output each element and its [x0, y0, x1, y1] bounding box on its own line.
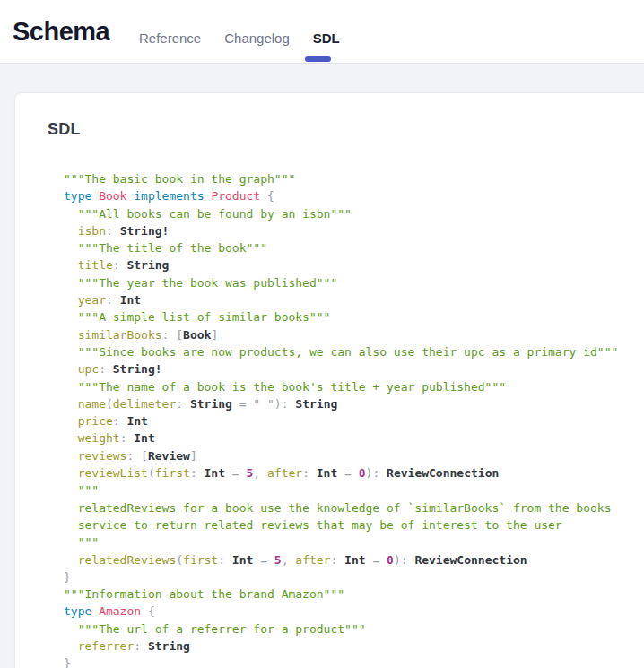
code-line: upc: String! [64, 360, 644, 377]
code-line: isbn: String! [64, 222, 644, 239]
code-line: """The url of a referrer for a product""… [64, 620, 644, 638]
code-line: reviewList(first: Int = 5, after: Int = … [64, 464, 644, 481]
sdl-code-block: """The basic book in the graph"""type Bo… [64, 170, 644, 668]
code-line: weight: Int [64, 429, 644, 447]
sdl-card-heading: SDL [48, 120, 644, 139]
code-line: price: Int [64, 412, 644, 429]
code-line: service to return related reviews that m… [64, 516, 644, 534]
code-line: title: String [64, 256, 644, 273]
code-line: """ [64, 534, 644, 551]
code-line: """All books can be found by an isbn""" [64, 205, 644, 222]
code-line: year: Int [64, 291, 644, 308]
code-line: referrer: String [64, 638, 644, 655]
schema-page-header: Schema Reference Changelog SDL [0, 0, 644, 64]
code-line: """ [64, 481, 644, 499]
code-line: type Amazon { [64, 603, 644, 620]
code-line: reviews: [Review] [64, 447, 644, 464]
code-line: name(delimeter: String = " "): String [64, 395, 644, 412]
code-line: similarBooks: [Book] [64, 326, 644, 343]
code-line: """The basic book in the graph""" [64, 170, 644, 187]
main-area: SDL """The basic book in the graph"""typ… [0, 64, 644, 668]
code-line: """The year the book was published""" [64, 274, 644, 291]
page-title: Schema [13, 16, 109, 48]
code-line: relatedReviews(first: Int = 5, after: In… [64, 551, 644, 568]
tab-sdl[interactable]: SDL [313, 30, 340, 46]
tab-changelog[interactable]: Changelog [224, 30, 290, 46]
schema-tabs: Reference Changelog SDL [139, 30, 340, 46]
tab-reference[interactable]: Reference [139, 30, 201, 46]
code-line: """The name of a book is the book's titl… [64, 378, 644, 395]
code-line: } [64, 655, 644, 668]
code-line: """A simple list of similar books""" [64, 308, 644, 325]
code-line: """The title of the book""" [64, 239, 644, 256]
code-line: type Book implements Product { [64, 187, 644, 204]
code-line: """Information about the brand Amazon""" [64, 586, 644, 603]
code-line: """Since books are now products, we can … [64, 343, 644, 360]
code-line: } [64, 568, 644, 586]
active-tab-indicator [305, 56, 331, 62]
sdl-card: SDL """The basic book in the graph"""typ… [14, 92, 644, 668]
code-line: relatedReviews for a book use the knowle… [64, 499, 644, 516]
